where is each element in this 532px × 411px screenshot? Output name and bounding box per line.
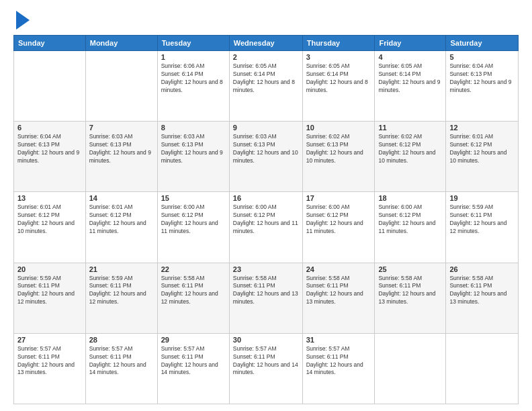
calendar-cell: 5Sunrise: 6:04 AMSunset: 6:13 PMDaylight… xyxy=(446,51,519,122)
header xyxy=(13,11,519,30)
calendar-cell: 20Sunrise: 5:59 AMSunset: 6:11 PMDayligh… xyxy=(14,263,86,333)
day-info: Sunrise: 5:59 AMSunset: 6:11 PMDaylight:… xyxy=(449,203,515,236)
calendar-cell: 21Sunrise: 5:59 AMSunset: 6:11 PMDayligh… xyxy=(85,263,157,333)
day-info: Sunrise: 6:02 AMSunset: 6:12 PMDaylight:… xyxy=(378,133,442,165)
svg-marker-0 xyxy=(16,11,30,30)
day-number: 5 xyxy=(449,53,515,61)
day-info: Sunrise: 5:59 AMSunset: 6:11 PMDaylight:… xyxy=(17,275,82,307)
calendar-cell: 14Sunrise: 6:01 AMSunset: 6:12 PMDayligh… xyxy=(85,192,157,263)
day-number: 1 xyxy=(161,53,226,61)
calendar-cell: 10Sunrise: 6:02 AMSunset: 6:13 PMDayligh… xyxy=(302,122,375,192)
day-info: Sunrise: 6:06 AMSunset: 6:14 PMDaylight:… xyxy=(161,62,226,95)
day-info: Sunrise: 6:03 AMSunset: 6:13 PMDaylight:… xyxy=(161,133,226,165)
day-info: Sunrise: 5:57 AMSunset: 6:11 PMDaylight:… xyxy=(233,345,299,377)
calendar-week-row: 13Sunrise: 6:01 AMSunset: 6:12 PMDayligh… xyxy=(14,192,519,263)
calendar-cell: 2Sunrise: 6:05 AMSunset: 6:14 PMDaylight… xyxy=(229,51,302,122)
calendar-weekday-header: Tuesday xyxy=(157,36,229,51)
calendar-cell: 9Sunrise: 6:03 AMSunset: 6:13 PMDaylight… xyxy=(229,122,302,192)
day-number: 28 xyxy=(89,336,154,344)
day-number: 4 xyxy=(378,53,442,61)
day-number: 25 xyxy=(378,265,442,273)
day-info: Sunrise: 6:02 AMSunset: 6:13 PMDaylight:… xyxy=(306,133,371,165)
calendar-cell: 18Sunrise: 6:00 AMSunset: 6:12 PMDayligh… xyxy=(375,192,446,263)
day-number: 11 xyxy=(378,124,442,132)
day-info: Sunrise: 5:58 AMSunset: 6:11 PMDaylight:… xyxy=(449,275,515,307)
calendar-cell: 11Sunrise: 6:02 AMSunset: 6:12 PMDayligh… xyxy=(375,122,446,192)
calendar-cell: 25Sunrise: 5:58 AMSunset: 6:11 PMDayligh… xyxy=(375,263,446,333)
calendar-cell: 19Sunrise: 5:59 AMSunset: 6:11 PMDayligh… xyxy=(446,192,519,263)
calendar-weekday-header: Friday xyxy=(375,36,446,51)
calendar-cell: 27Sunrise: 5:57 AMSunset: 6:11 PMDayligh… xyxy=(14,333,86,404)
day-number: 15 xyxy=(161,194,226,202)
day-number: 29 xyxy=(161,336,226,344)
day-info: Sunrise: 5:57 AMSunset: 6:11 PMDaylight:… xyxy=(89,345,154,377)
calendar-week-row: 20Sunrise: 5:59 AMSunset: 6:11 PMDayligh… xyxy=(14,263,519,333)
day-number: 18 xyxy=(378,194,442,202)
day-info: Sunrise: 5:58 AMSunset: 6:11 PMDaylight:… xyxy=(306,275,371,307)
day-number: 2 xyxy=(233,53,299,61)
calendar-cell: 3Sunrise: 6:05 AMSunset: 6:14 PMDaylight… xyxy=(302,51,375,122)
day-info: Sunrise: 5:58 AMSunset: 6:11 PMDaylight:… xyxy=(233,275,299,307)
calendar-cell: 23Sunrise: 5:58 AMSunset: 6:11 PMDayligh… xyxy=(229,263,302,333)
day-info: Sunrise: 5:57 AMSunset: 6:11 PMDaylight:… xyxy=(17,345,82,377)
day-info: Sunrise: 6:00 AMSunset: 6:12 PMDaylight:… xyxy=(306,203,371,236)
day-info: Sunrise: 6:00 AMSunset: 6:12 PMDaylight:… xyxy=(233,203,299,236)
calendar-cell xyxy=(446,333,519,404)
calendar-cell: 22Sunrise: 5:58 AMSunset: 6:11 PMDayligh… xyxy=(157,263,229,333)
calendar-cell: 15Sunrise: 6:00 AMSunset: 6:12 PMDayligh… xyxy=(157,192,229,263)
logo xyxy=(13,11,30,30)
day-number: 22 xyxy=(161,265,226,273)
day-number: 17 xyxy=(306,194,371,202)
day-info: Sunrise: 6:03 AMSunset: 6:13 PMDaylight:… xyxy=(233,133,299,165)
page: SundayMondayTuesdayWednesdayThursdayFrid… xyxy=(0,0,532,411)
calendar-cell: 16Sunrise: 6:00 AMSunset: 6:12 PMDayligh… xyxy=(229,192,302,263)
day-info: Sunrise: 6:00 AMSunset: 6:12 PMDaylight:… xyxy=(161,203,226,236)
calendar-cell: 24Sunrise: 5:58 AMSunset: 6:11 PMDayligh… xyxy=(302,263,375,333)
calendar-weekday-header: Sunday xyxy=(14,36,86,51)
day-number: 16 xyxy=(233,194,299,202)
calendar-cell: 8Sunrise: 6:03 AMSunset: 6:13 PMDaylight… xyxy=(157,122,229,192)
day-info: Sunrise: 5:58 AMSunset: 6:11 PMDaylight:… xyxy=(161,275,226,307)
day-info: Sunrise: 6:05 AMSunset: 6:14 PMDaylight:… xyxy=(306,62,371,95)
day-number: 21 xyxy=(89,265,154,273)
day-number: 8 xyxy=(161,124,226,132)
day-number: 12 xyxy=(449,124,515,132)
calendar-cell: 4Sunrise: 6:05 AMSunset: 6:14 PMDaylight… xyxy=(375,51,446,122)
day-number: 13 xyxy=(17,194,82,202)
calendar-week-row: 27Sunrise: 5:57 AMSunset: 6:11 PMDayligh… xyxy=(14,333,519,404)
day-number: 31 xyxy=(306,336,371,344)
day-info: Sunrise: 6:01 AMSunset: 6:12 PMDaylight:… xyxy=(17,203,82,236)
day-info: Sunrise: 5:57 AMSunset: 6:11 PMDaylight:… xyxy=(306,345,371,377)
day-number: 19 xyxy=(449,194,515,202)
calendar-cell: 12Sunrise: 6:01 AMSunset: 6:12 PMDayligh… xyxy=(446,122,519,192)
calendar-weekday-header: Monday xyxy=(85,36,157,51)
calendar-weekday-header: Thursday xyxy=(302,36,375,51)
calendar-cell: 31Sunrise: 5:57 AMSunset: 6:11 PMDayligh… xyxy=(302,333,375,404)
day-info: Sunrise: 6:03 AMSunset: 6:13 PMDaylight:… xyxy=(89,133,154,165)
calendar-cell: 17Sunrise: 6:00 AMSunset: 6:12 PMDayligh… xyxy=(302,192,375,263)
day-info: Sunrise: 6:01 AMSunset: 6:12 PMDaylight:… xyxy=(449,133,515,165)
calendar-weekday-header: Saturday xyxy=(446,36,519,51)
day-info: Sunrise: 6:04 AMSunset: 6:13 PMDaylight:… xyxy=(449,62,515,95)
calendar-week-row: 6Sunrise: 6:04 AMSunset: 6:13 PMDaylight… xyxy=(14,122,519,192)
day-info: Sunrise: 6:01 AMSunset: 6:12 PMDaylight:… xyxy=(89,203,154,236)
day-info: Sunrise: 5:58 AMSunset: 6:11 PMDaylight:… xyxy=(378,275,442,307)
day-number: 23 xyxy=(233,265,299,273)
day-number: 30 xyxy=(233,336,299,344)
calendar-cell: 13Sunrise: 6:01 AMSunset: 6:12 PMDayligh… xyxy=(14,192,86,263)
calendar-cell: 30Sunrise: 5:57 AMSunset: 6:11 PMDayligh… xyxy=(229,333,302,404)
day-number: 14 xyxy=(89,194,154,202)
calendar-cell xyxy=(14,51,86,122)
day-number: 7 xyxy=(89,124,154,132)
calendar-cell: 28Sunrise: 5:57 AMSunset: 6:11 PMDayligh… xyxy=(85,333,157,404)
calendar-cell: 6Sunrise: 6:04 AMSunset: 6:13 PMDaylight… xyxy=(14,122,86,192)
day-number: 10 xyxy=(306,124,371,132)
calendar-table: SundayMondayTuesdayWednesdayThursdayFrid… xyxy=(13,35,519,404)
day-info: Sunrise: 5:59 AMSunset: 6:11 PMDaylight:… xyxy=(89,275,154,307)
day-number: 27 xyxy=(17,336,82,344)
day-number: 9 xyxy=(233,124,299,132)
calendar-cell: 29Sunrise: 5:57 AMSunset: 6:11 PMDayligh… xyxy=(157,333,229,404)
day-number: 6 xyxy=(17,124,82,132)
calendar-cell xyxy=(85,51,157,122)
calendar-week-row: 1Sunrise: 6:06 AMSunset: 6:14 PMDaylight… xyxy=(14,51,519,122)
